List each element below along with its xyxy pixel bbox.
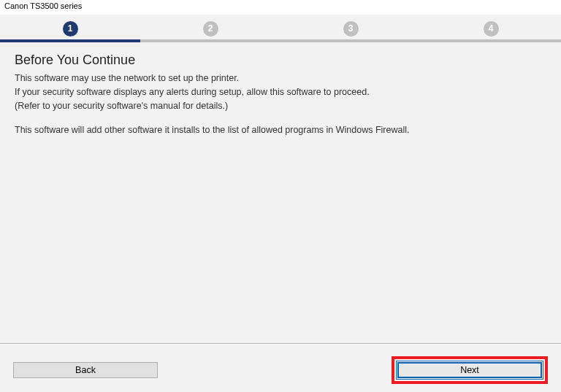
step-1-number: 1 [68, 23, 73, 34]
progress-seg-4 [421, 39, 561, 42]
body-line-2: If your security software displays any a… [15, 86, 546, 99]
step-4-slot: 4 [421, 21, 561, 36]
step-3-slot: 3 [280, 21, 421, 36]
wizard-progress-bar [0, 39, 561, 42]
body-line-1: This software may use the network to set… [15, 72, 546, 85]
step-3-circle: 3 [343, 21, 359, 36]
wizard-steps: 1 2 3 4 [0, 15, 561, 39]
window-title: Canon TS3500 series [4, 1, 82, 10]
step-2-circle: 2 [203, 21, 218, 36]
step-4-circle: 4 [484, 21, 499, 36]
step-3-number: 3 [348, 23, 354, 34]
progress-seg-1 [0, 39, 140, 42]
back-button[interactable]: Back [13, 362, 158, 378]
footer-divider [0, 343, 561, 345]
progress-seg-3 [280, 39, 421, 42]
main-content: Before You Continue This software may us… [0, 42, 561, 137]
body-line-4: This software will add other software it… [15, 124, 546, 137]
footer: Back Next [0, 352, 561, 392]
step-2-number: 2 [208, 23, 213, 34]
page-heading: Before You Continue [15, 53, 546, 68]
step-1-slot: 1 [0, 21, 140, 36]
title-bar: Canon TS3500 series [0, 0, 561, 15]
next-button-label: Next [460, 365, 479, 375]
step-2-slot: 2 [140, 21, 280, 36]
body-line-3: (Refer to your security software's manua… [15, 100, 546, 112]
progress-seg-2 [140, 39, 280, 42]
next-button[interactable]: Next [397, 362, 542, 378]
step-1-circle: 1 [63, 21, 78, 36]
next-button-highlight: Next [392, 356, 548, 384]
installer-window: Canon TS3500 series 1 2 3 4 [0, 0, 561, 392]
step-4-number: 4 [489, 23, 494, 34]
back-button-label: Back [75, 365, 96, 375]
